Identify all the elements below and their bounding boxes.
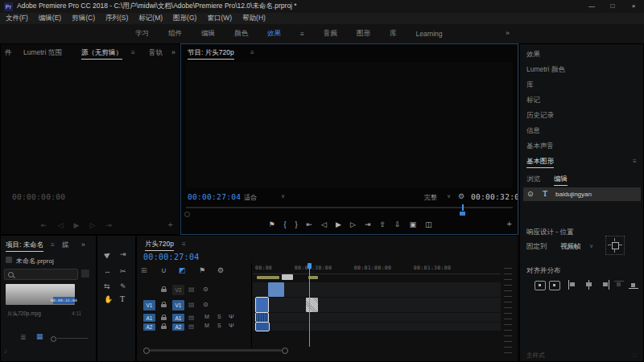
project-panel-menu-icon[interactable]: ≡	[51, 241, 55, 249]
tab-info[interactable]: 信息	[526, 126, 540, 136]
track-target-v1[interactable]: V1	[172, 300, 184, 311]
tab-source-monitor[interactable]: 源（无剪辑）	[81, 48, 122, 60]
solo-button[interactable]: S	[217, 323, 221, 328]
align-center-icon[interactable]	[583, 280, 595, 290]
align-bottom-icon[interactable]	[628, 280, 640, 290]
menu-file[interactable]: 文件(F)	[6, 14, 28, 23]
subtab-browse[interactable]: 浏览	[526, 175, 540, 184]
track-target-a1[interactable]: A1	[172, 314, 184, 322]
mute-button[interactable]: M	[204, 314, 209, 319]
eye-icon[interactable]: ⊙	[203, 286, 208, 293]
timeline-scrollbar-handle-left[interactable]	[143, 348, 150, 354]
go-to-out-icon[interactable]: ⇥	[105, 221, 112, 229]
timeline-settings-icon[interactable]: ⚙	[217, 266, 224, 274]
source-patch-a2[interactable]: A2	[143, 323, 155, 331]
workspace-tab-learning-cn[interactable]: 学习	[135, 29, 149, 39]
align-top-icon[interactable]	[613, 280, 625, 290]
add-marker-icon[interactable]: ⚑	[199, 266, 205, 274]
project-file-name[interactable]: 未命名.prproj	[16, 257, 54, 265]
minimize-button[interactable]: —	[581, 0, 602, 13]
timeline-clip-v1[interactable]	[256, 298, 268, 312]
tab-libraries[interactable]: 库	[526, 80, 534, 90]
timeline-clip-v2[interactable]	[268, 282, 284, 297]
hand-tool[interactable]: ✋	[104, 295, 113, 303]
program-timecode[interactable]: 00:00:27:04	[188, 192, 241, 201]
track-a1-lane[interactable]	[253, 313, 501, 322]
go-to-out-icon[interactable]: ⇥	[365, 220, 371, 228]
mute-button[interactable]: M	[204, 323, 209, 328]
program-playhead[interactable]	[462, 204, 464, 211]
zoom-level-chevron-icon[interactable]: ∨	[281, 193, 285, 200]
button-editor-icon[interactable]: +	[168, 220, 173, 229]
workspace-tab-editing[interactable]: 编辑	[201, 29, 215, 39]
source-panel-menu-icon[interactable]: ≡	[131, 49, 135, 56]
timeline-clip[interactable]	[282, 274, 293, 280]
search-input[interactable]	[4, 269, 78, 280]
pin-to-chevron-icon[interactable]: ∨	[589, 243, 593, 249]
clip-thumbnail[interactable]: 00:00:32:04	[6, 284, 75, 305]
track-target-a2[interactable]: A2	[172, 323, 184, 331]
workspace-tab-color[interactable]: 颜色	[234, 29, 248, 39]
tab-program-monitor[interactable]: 节目: 片头720p	[188, 48, 234, 60]
tab-effect-controls-partial[interactable]: 件	[5, 48, 12, 58]
go-to-in-icon[interactable]: ⇤	[307, 220, 313, 228]
icon-view-icon[interactable]: ▦	[36, 332, 43, 340]
program-scrollbar-thumb[interactable]	[460, 212, 465, 216]
menu-window[interactable]: 窗口(W)	[207, 14, 232, 23]
clip-name[interactable]: 片头720p.mpg	[7, 311, 41, 318]
tab-history[interactable]: 历史记录	[526, 111, 554, 121]
microphone-icon[interactable]: Ψ	[229, 313, 234, 320]
razor-tool[interactable]: ✂	[120, 267, 126, 275]
sync-lock-icon[interactable]: ▤	[188, 323, 194, 330]
sync-lock-icon[interactable]: ▤	[188, 301, 195, 308]
timeline-clip-v1-still[interactable]	[306, 298, 318, 312]
maximize-button[interactable]: □	[602, 0, 623, 13]
menu-clip[interactable]: 剪辑(C)	[72, 14, 95, 23]
sync-lock-icon[interactable]: ▤	[188, 286, 195, 293]
step-back-icon[interactable]: ◁	[321, 220, 327, 228]
workspace-tab-learning-en[interactable]: Learning	[415, 30, 442, 38]
tab-lumetri-color[interactable]: Lumetri 颜色	[526, 65, 565, 75]
step-back-icon[interactable]: ◁	[58, 221, 64, 229]
program-panel-menu-icon[interactable]: ≡	[250, 49, 254, 56]
workspace-menu-icon[interactable]: ≡	[300, 30, 304, 38]
lift-icon[interactable]: ⇧	[379, 220, 386, 228]
lock-icon[interactable]	[161, 323, 167, 329]
timeline-scrollbar[interactable]	[150, 349, 282, 352]
align-center-horizontal-frame-icon[interactable]	[535, 281, 546, 290]
sync-lock-icon[interactable]: ▤	[188, 314, 194, 321]
selection-tool[interactable]: ▶	[103, 249, 112, 259]
workspace-overflow-icon[interactable]: »	[506, 29, 510, 37]
align-left-icon[interactable]	[567, 280, 579, 290]
menu-graphics[interactable]: 图形(G)	[173, 14, 196, 23]
close-button[interactable]: ×	[623, 0, 644, 13]
timeline-clip-a2[interactable]	[256, 323, 269, 331]
tab-audio-track-mixer[interactable]: 音轨	[149, 48, 163, 58]
menu-marker[interactable]: 标记(M)	[138, 14, 163, 23]
step-forward-icon[interactable]: ▷	[89, 221, 95, 229]
program-scrubber[interactable]	[186, 207, 513, 208]
tab-essential-graphics[interactable]: 基本图形	[526, 157, 554, 168]
pen-tool[interactable]: ✎	[120, 282, 126, 290]
compare-view-icon[interactable]: ◫	[425, 220, 432, 228]
mark-out-icon[interactable]: }	[295, 220, 298, 228]
workspace-tab-libraries[interactable]: 库	[390, 29, 397, 39]
lock-icon[interactable]	[161, 315, 167, 320]
zoom-slider-track[interactable]	[57, 338, 88, 339]
time-ruler[interactable]: 00:00 00:00:30:00 00:01:00:00 00:01:30:0…	[253, 263, 501, 274]
workspace-tab-effects[interactable]: 效果	[267, 29, 281, 39]
monitor-settings-wrench-icon[interactable]: ⚙	[458, 192, 464, 200]
tab-essential-sound[interactable]: 基本声音	[526, 142, 554, 151]
source-tab-overflow-icon[interactable]: »	[171, 48, 175, 56]
project-tab-overflow-icon[interactable]: »	[81, 241, 85, 249]
tab-effects[interactable]: 效果	[526, 50, 540, 60]
workspace-tab-graphics[interactable]: 图形	[357, 29, 370, 39]
tab-lumetri-scopes[interactable]: Lumetri 范围	[23, 48, 62, 58]
timeline-panel-menu-icon[interactable]: ≡	[182, 241, 186, 248]
linked-selection-icon[interactable]: ◩	[179, 266, 186, 274]
pin-anchor-widget[interactable]	[605, 236, 625, 255]
resize-grip-icon[interactable]: ∷	[633, 352, 637, 360]
extract-icon[interactable]: ⇩	[394, 220, 401, 228]
tab-project[interactable]: 项目: 未命名	[6, 241, 43, 252]
playhead-marker[interactable]	[308, 263, 312, 269]
